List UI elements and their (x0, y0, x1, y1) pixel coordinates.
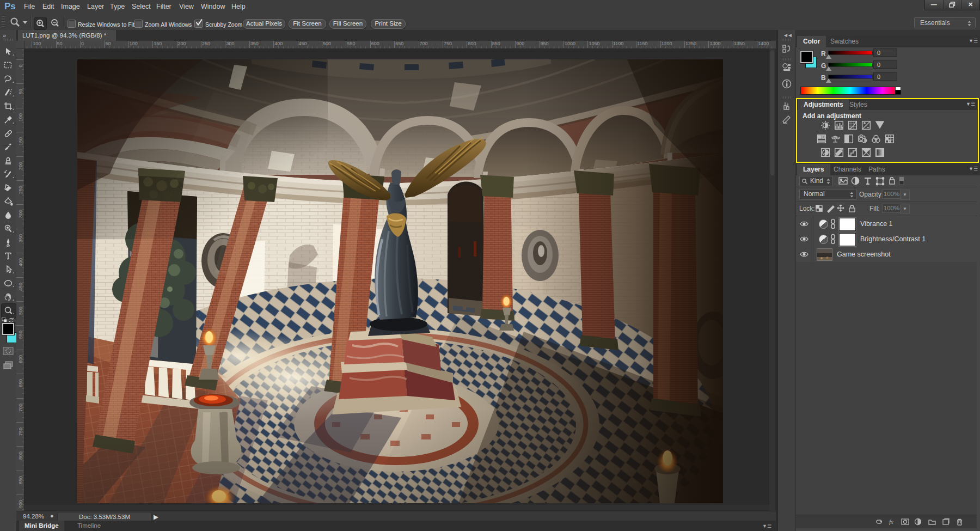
svg-text:fx: fx (889, 518, 893, 525)
